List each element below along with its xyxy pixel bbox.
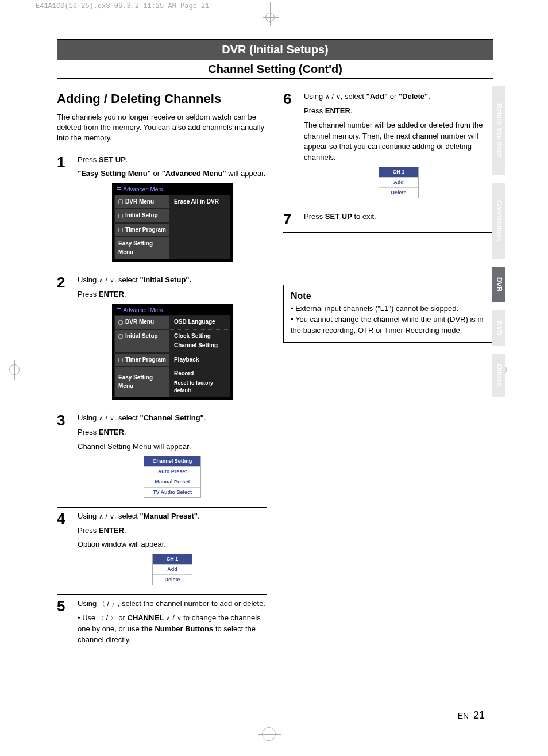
step-number: 7 [283, 212, 304, 227]
up-icon: ∧ [99, 277, 103, 283]
crop-mark-left-icon [2, 363, 20, 377]
down-icon: ∨ [177, 615, 182, 621]
section-title: Adding / Deleting Channels [57, 91, 267, 106]
up-icon: ∧ [99, 513, 103, 520]
page-footer: EN 21 [458, 709, 485, 722]
down-icon: ∨ [110, 415, 114, 421]
osd-menu-1: ☰ Advanced Menu DVR MenuErase All in DVR… [112, 183, 233, 262]
step-5: 5 Using 〈 / 〉, select the channel number… [57, 594, 267, 648]
step-4: 4 Using ∧ / ∨, select "Manual Preset". P… [57, 507, 267, 592]
step-number: 5 [57, 598, 78, 613]
left-icon: 〈 [99, 600, 105, 607]
step-1: 1 Press SET UP. "Easy Setting Menu" or "… [57, 151, 267, 268]
step-7: 7 Press SET UP to exit. [283, 208, 493, 227]
osd-ch1-b: CH 1 Add Delete [379, 167, 419, 198]
up-icon: ∧ [325, 93, 330, 100]
osd-header: ☰ Advanced Menu [114, 185, 230, 195]
down-icon: ∨ [336, 93, 341, 100]
step-number: 6 [283, 91, 304, 106]
step-2: 2 Using ∧ / ∨, select "Initial Setup". P… [57, 271, 267, 405]
right-icon: 〉 [111, 600, 118, 607]
note-box: Note External input channels ("L1") cann… [283, 285, 493, 343]
left-icon: 〈 [98, 615, 104, 621]
tab-dvd[interactable]: DVD [492, 310, 505, 346]
page-subbanner: Channel Setting (Cont'd) [57, 60, 493, 79]
up-icon: ∧ [99, 415, 103, 421]
print-header: E41A1CD(16-25).qx3 06.3.2 11:25 AM Page … [36, 2, 209, 10]
tab-before-you-start[interactable]: Before You Start [492, 86, 505, 175]
intro-text: The channels you no longer receive or se… [57, 112, 267, 144]
step-6: 6 Using ∧ / ∨, select "Add" or "Delete".… [283, 91, 493, 204]
side-tabs: Before You Start Connections DVR DVD Oth… [492, 86, 505, 397]
tab-others[interactable]: Others [492, 354, 505, 397]
note-title: Note [291, 291, 486, 301]
page-banner: DVR (Initial Setups) [57, 39, 493, 60]
step-number: 1 [57, 155, 78, 170]
tab-dvr[interactable]: DVR [492, 267, 505, 302]
osd-menu-2: ☰ Advanced Menu DVR MenuOSD Language Ini… [112, 304, 233, 400]
step-number: 3 [57, 413, 78, 428]
note-item: You cannot change the channel while the … [291, 314, 486, 336]
down-icon: ∨ [110, 277, 114, 283]
crop-mark-bottom-icon [262, 727, 276, 741]
step-number: 4 [57, 511, 78, 526]
note-item: External input channels ("L1") cannot be… [291, 304, 486, 314]
osd-header: ☰ Advanced Menu [114, 306, 230, 316]
right-icon: 〉 [110, 615, 117, 621]
step-number: 2 [57, 275, 78, 290]
osd-channel-setting: Channel Setting Auto Preset Manual Prese… [144, 456, 201, 498]
tab-connections[interactable]: Connections [492, 183, 505, 259]
up-icon: ∧ [166, 615, 171, 621]
osd-ch1-a: CH 1 Add Delete [152, 554, 192, 585]
down-icon: ∨ [110, 513, 114, 520]
step-3: 3 Using ∧ / ∨, select "Channel Setting".… [57, 409, 267, 504]
crop-mark-top-icon [264, 2, 276, 20]
